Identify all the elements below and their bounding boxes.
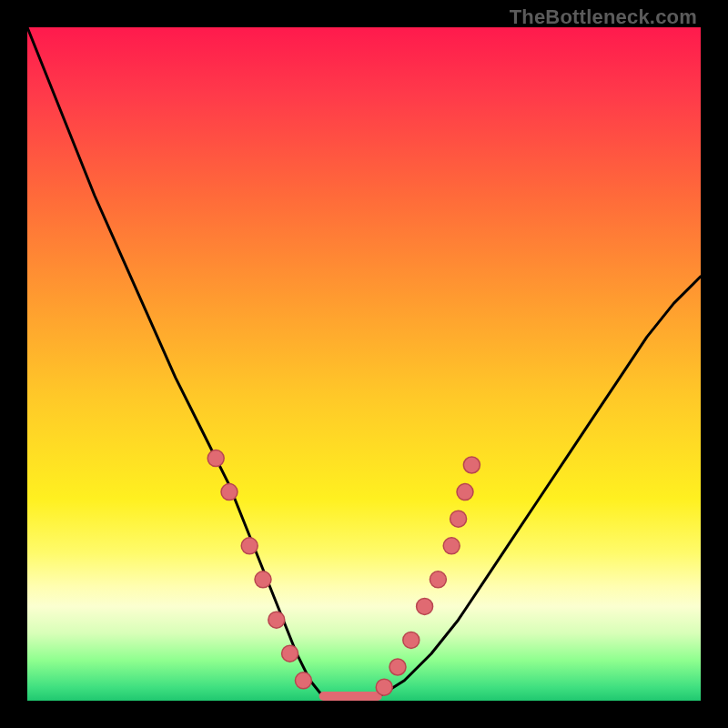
data-marker [450,511,467,527]
bottleneck-curve [27,27,701,701]
data-marker [457,484,473,500]
data-marker [463,457,480,473]
markers-group [207,450,480,696]
data-marker [417,598,433,614]
data-marker [389,659,406,675]
data-marker [295,672,311,689]
data-marker [207,450,224,467]
data-marker [376,679,392,695]
plot-area [27,27,701,701]
data-marker [430,571,446,588]
chart-frame: TheBottleneck.com [0,0,728,728]
data-marker [268,612,285,628]
data-marker [241,538,258,554]
data-marker [221,484,238,500]
chart-svg [27,27,701,701]
data-marker [443,538,460,554]
data-marker [255,571,271,588]
watermark-label: TheBottleneck.com [510,5,697,29]
data-marker [403,632,420,648]
data-marker [282,645,298,662]
